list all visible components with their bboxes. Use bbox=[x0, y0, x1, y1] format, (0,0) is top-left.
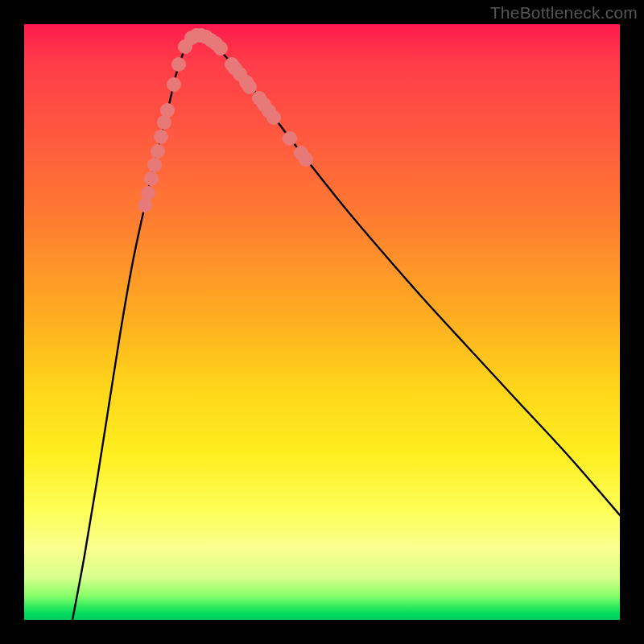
watermark-text: TheBottleneck.com bbox=[490, 3, 638, 23]
curve-marker bbox=[167, 78, 181, 92]
curve-marker bbox=[138, 199, 152, 213]
curve-marker bbox=[283, 132, 297, 146]
curve-marker bbox=[161, 104, 175, 118]
curve-marker bbox=[145, 172, 159, 186]
curve-marker bbox=[243, 80, 257, 94]
curve-marker bbox=[214, 42, 228, 56]
bottleneck-curve-path bbox=[72, 35, 620, 620]
chart-frame: TheBottleneck.com bbox=[0, 0, 644, 644]
curve-marker bbox=[172, 58, 186, 72]
curve-marker bbox=[299, 153, 313, 167]
curve-marker bbox=[158, 116, 171, 130]
curve-marker bbox=[148, 159, 162, 172]
plot-area bbox=[24, 24, 620, 620]
curve-marker bbox=[155, 130, 168, 144]
curve-marker bbox=[267, 111, 281, 125]
curve-marker bbox=[142, 187, 155, 200]
curve-marker bbox=[151, 145, 165, 159]
bottleneck-curve-svg bbox=[24, 24, 620, 620]
